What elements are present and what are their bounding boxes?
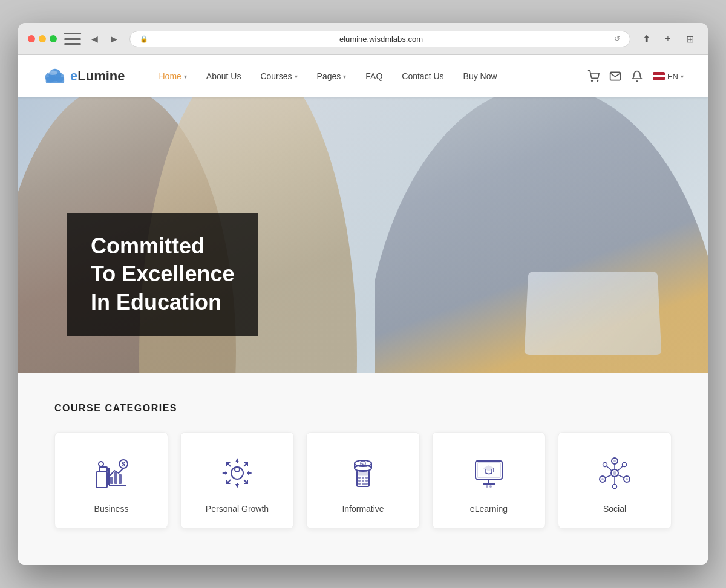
hero-text-overlay: Committed To Excellence In Education [67, 213, 258, 336]
categories-section: COURSE CATEGORIES [18, 373, 708, 565]
svg-point-17 [231, 467, 243, 479]
social-icon [594, 452, 636, 494]
mail-icon [609, 70, 621, 82]
nav-link-about[interactable]: About Us [197, 67, 251, 86]
nav-item-pages: Pages ▾ [307, 67, 356, 86]
url-display: elumine.wisdmlabs.com [153, 34, 609, 44]
hero-title: Committed To Excellence In Education [91, 232, 234, 317]
nav-link-faq[interactable]: FAQ [356, 67, 392, 86]
svg-point-55 [489, 485, 492, 488]
svg-text:$: $ [361, 462, 364, 467]
minimize-button[interactable] [39, 35, 46, 42]
language-selector[interactable]: EN ▾ [653, 72, 684, 81]
nav-menu: Home ▾ About Us Courses ▾ [149, 67, 587, 86]
flag-icon [653, 72, 665, 80]
sidebar-toggle-icon[interactable] [64, 33, 81, 45]
svg-marker-22 [235, 484, 239, 488]
new-tab-icon[interactable]: + [659, 30, 676, 47]
share-icon[interactable]: ⬆ [638, 30, 655, 47]
category-name-social: Social [603, 504, 626, 514]
lang-label: EN [667, 72, 678, 81]
svg-line-70 [618, 466, 623, 471]
bell-button[interactable] [631, 70, 643, 82]
browser-window: ◀ ▶ 🔒 elumine.wisdmlabs.com ↺ ⬆ + ⊞ [18, 23, 708, 565]
svg-rect-7 [96, 472, 107, 488]
nav-item-home: Home ▾ [149, 67, 196, 86]
svg-rect-42 [362, 477, 364, 479]
svg-marker-26 [248, 471, 252, 475]
svg-point-54 [486, 485, 488, 488]
svg-rect-3 [46, 77, 64, 83]
svg-rect-44 [358, 480, 361, 482]
chevron-down-icon: ▾ [184, 73, 187, 80]
svg-point-57 [613, 471, 616, 475]
svg-rect-12 [119, 474, 122, 484]
back-button[interactable]: ◀ [86, 30, 103, 47]
website-content: eLumine Home ▾ About Us Cour [18, 55, 708, 565]
security-icon: 🔒 [140, 35, 148, 43]
category-card-business[interactable]: $ Business [54, 432, 168, 529]
svg-rect-43 [365, 477, 368, 479]
nav-link-contact[interactable]: Contact Us [392, 67, 453, 86]
svg-point-5 [592, 80, 593, 82]
category-card-elearning[interactable]: eLearning [432, 432, 546, 529]
informative-icon: $ [342, 452, 384, 494]
refresh-icon: ↺ [614, 34, 620, 43]
svg-rect-8 [99, 467, 107, 472]
main-navbar: eLumine Home ▾ About Us Cour [18, 55, 708, 97]
svg-rect-47 [358, 483, 361, 485]
svg-point-9 [99, 462, 103, 466]
logo-text: eLumine [70, 68, 125, 84]
svg-text:$: $ [122, 461, 125, 468]
nav-item-about: About Us [197, 67, 251, 86]
category-name-informative: Informative [342, 504, 384, 514]
svg-rect-10 [110, 477, 113, 484]
category-name-elearning: eLearning [470, 504, 508, 514]
category-name-business: Business [94, 504, 129, 514]
cart-button[interactable] [587, 70, 600, 82]
hero-section: Committed To Excellence In Education [18, 97, 708, 373]
svg-point-4 [48, 71, 57, 76]
mail-button[interactable] [609, 70, 621, 82]
svg-point-71 [613, 485, 617, 489]
nav-icon-group: EN ▾ [587, 70, 684, 82]
grid-icon[interactable]: ⊞ [681, 30, 698, 47]
logo-icon [42, 65, 65, 88]
svg-point-6 [597, 80, 598, 82]
lang-chevron-icon: ▾ [681, 73, 684, 80]
svg-point-62 [601, 478, 604, 480]
forward-button[interactable]: ▶ [105, 30, 122, 47]
close-button[interactable] [28, 35, 35, 42]
svg-line-66 [618, 475, 624, 478]
browser-titlebar: ◀ ▶ 🔒 elumine.wisdmlabs.com ↺ ⬆ + ⊞ [18, 23, 708, 55]
svg-rect-45 [362, 480, 364, 482]
nav-item-contact: Contact Us [392, 67, 453, 86]
svg-rect-11 [114, 472, 117, 484]
nav-item-buy: Buy Now [454, 67, 507, 86]
svg-marker-24 [222, 471, 226, 475]
chevron-down-icon: ▾ [343, 73, 346, 80]
nav-icons-group: ◀ ▶ [64, 30, 122, 47]
category-card-informative[interactable]: $ [306, 432, 420, 529]
categories-grid: $ Business [54, 432, 672, 529]
section-title: COURSE CATEGORIES [54, 403, 672, 414]
category-card-personal-growth[interactable]: Personal Growth [180, 432, 294, 529]
cart-icon [587, 70, 600, 82]
nav-link-buy[interactable]: Buy Now [454, 67, 507, 86]
personal-growth-icon [216, 452, 258, 494]
window-controls [28, 35, 57, 42]
chevron-down-icon: ▾ [295, 73, 298, 80]
nav-link-pages[interactable]: Pages ▾ [307, 67, 356, 86]
category-card-social[interactable]: Social [558, 432, 672, 529]
nav-link-home[interactable]: Home ▾ [149, 67, 196, 86]
business-icon: $ [90, 452, 132, 494]
logo-link[interactable]: eLumine [42, 65, 125, 88]
svg-line-63 [605, 475, 612, 478]
maximize-button[interactable] [50, 35, 57, 42]
svg-point-18 [235, 467, 240, 472]
nav-link-courses[interactable]: Courses ▾ [250, 67, 307, 86]
svg-point-59 [613, 460, 616, 462]
svg-point-65 [626, 478, 628, 480]
address-bar[interactable]: 🔒 elumine.wisdmlabs.com ↺ [129, 31, 630, 47]
browser-actions: ⬆ + ⊞ [638, 30, 698, 47]
